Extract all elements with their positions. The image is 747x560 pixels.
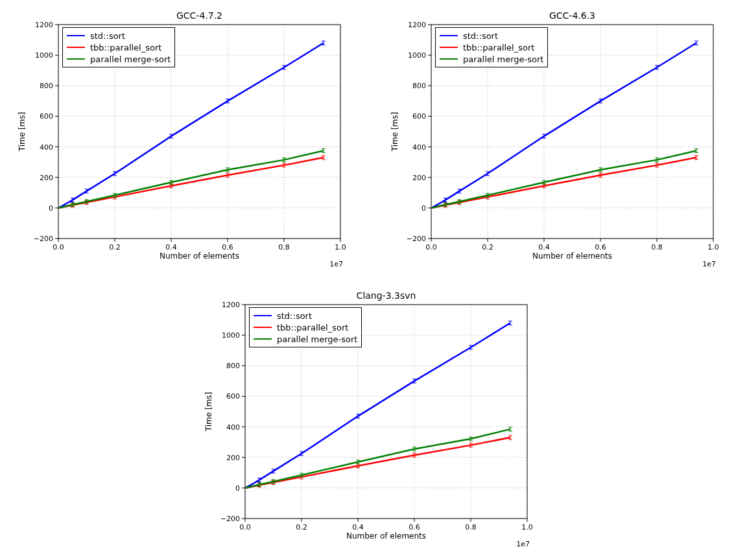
x-exp-label: 1e7: [702, 260, 716, 268]
x-exp-label: 1e7: [329, 260, 343, 268]
x-tick-label: 0.8: [465, 523, 477, 531]
chart-title: GCC-4.7.2: [58, 10, 340, 21]
x-tick-label: 0.6: [409, 523, 420, 531]
legend-item: std::sort: [440, 30, 543, 41]
legend-swatch: [67, 58, 85, 60]
x-tick-label: 0.2: [109, 243, 121, 251]
x-tick-label: 0.8: [651, 243, 663, 251]
chart-clang33: Clang-3.3svn Time [ms] Number of element…: [245, 305, 527, 519]
legend: std::sorttbb::parallel_sortparallel merg…: [435, 27, 548, 67]
y-tick-label: 800: [226, 362, 240, 370]
legend: std::sorttbb::parallel_sortparallel merg…: [249, 307, 362, 347]
legend-label: tbb::parallel_sort: [90, 43, 161, 52]
x-exp-label: 1e7: [516, 540, 530, 548]
legend-item: tbb::parallel_sort: [67, 41, 171, 53]
y-tick-label: 1200: [408, 21, 426, 29]
y-tick-label: 1200: [35, 21, 53, 29]
y-tick-label: 800: [40, 82, 53, 90]
chart-title: Clang-3.3svn: [245, 290, 527, 301]
x-tick-label: 0.2: [482, 243, 493, 251]
legend-label: std::sort: [90, 31, 125, 41]
x-tick-label: 0.4: [352, 523, 364, 531]
x-axis-label: Number of elements: [431, 251, 713, 261]
x-tick-label: 1.0: [521, 523, 533, 531]
legend-label: std::sort: [463, 31, 498, 41]
y-tick-label: 1000: [408, 51, 426, 60]
legend-label: parallel merge-sort: [463, 54, 543, 64]
legend-item: std::sort: [254, 310, 357, 321]
chart-gcc463: GCC-4.6.3 Time [ms] Number of elements 1…: [431, 25, 713, 239]
y-tick-label: −200: [34, 235, 53, 243]
legend-swatch: [254, 327, 272, 328]
x-tick-label: 0.0: [53, 243, 64, 251]
y-tick-label: 400: [412, 143, 426, 152]
legend-item: tbb::parallel_sort: [440, 41, 543, 53]
y-tick-label: 600: [412, 112, 426, 121]
x-tick-label: 0.0: [239, 523, 251, 531]
y-tick-label: 1000: [35, 51, 53, 60]
figure: GCC-4.7.2 Time [ms] Number of elements 1…: [0, 0, 747, 560]
legend-item: parallel merge-sort: [254, 333, 357, 345]
legend-label: parallel merge-sort: [277, 334, 357, 344]
legend-item: parallel merge-sort: [67, 53, 171, 65]
y-tick-label: 0: [49, 204, 53, 213]
y-tick-label: 1000: [222, 331, 240, 340]
y-tick-label: 400: [40, 143, 53, 152]
legend-label: tbb::parallel_sort: [463, 43, 534, 52]
legend-label: tbb::parallel_sort: [277, 323, 348, 332]
x-tick-label: 0.4: [165, 243, 177, 251]
legend-swatch: [67, 35, 85, 36]
x-tick-label: 0.6: [222, 243, 233, 251]
x-tick-label: 1.0: [707, 243, 719, 251]
y-tick-label: 0: [235, 484, 240, 493]
y-tick-label: 400: [226, 423, 240, 432]
y-tick-label: 0: [421, 204, 426, 213]
legend-swatch: [67, 47, 85, 48]
legend-label: parallel merge-sort: [90, 54, 171, 64]
legend-swatch: [440, 47, 458, 48]
x-tick-label: 0.6: [595, 243, 606, 251]
y-tick-label: 800: [412, 82, 426, 90]
legend-label: std::sort: [277, 311, 312, 321]
legend-item: std::sort: [67, 30, 171, 41]
y-tick-label: 600: [226, 392, 240, 401]
legend: std::sorttbb::parallel_sortparallel merg…: [62, 27, 175, 67]
y-tick-label: 1200: [222, 301, 240, 309]
legend-swatch: [254, 315, 272, 316]
x-axis-label: Number of elements: [58, 251, 340, 261]
x-tick-label: 0.4: [538, 243, 550, 251]
x-tick-label: 1.0: [335, 243, 346, 251]
y-axis-label: Time [ms]: [18, 112, 27, 152]
x-tick-label: 0.8: [278, 243, 290, 251]
x-tick-label: 0.2: [296, 523, 307, 531]
x-axis-label: Number of elements: [245, 531, 527, 541]
chart-title: GCC-4.6.3: [431, 10, 713, 21]
legend-swatch: [440, 35, 458, 36]
legend-item: parallel merge-sort: [440, 53, 543, 65]
y-tick-label: 200: [226, 454, 240, 462]
y-tick-label: −200: [220, 515, 240, 523]
y-tick-label: 200: [40, 174, 53, 182]
x-tick-label: 0.0: [425, 243, 437, 251]
chart-gcc472: GCC-4.7.2 Time [ms] Number of elements 1…: [58, 25, 340, 239]
legend-swatch: [440, 58, 458, 60]
y-tick-label: −200: [407, 235, 426, 243]
legend-swatch: [254, 338, 272, 340]
y-tick-label: 600: [40, 112, 53, 121]
legend-item: tbb::parallel_sort: [254, 321, 357, 333]
y-axis-label: Time [ms]: [390, 112, 399, 152]
y-tick-label: 200: [412, 174, 426, 182]
y-axis-label: Time [ms]: [204, 392, 213, 432]
